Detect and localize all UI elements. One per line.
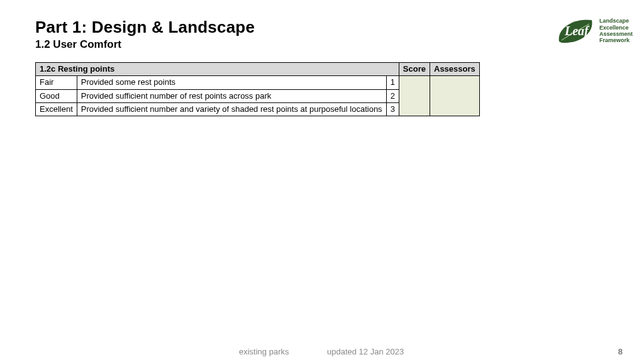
- leaf-logo: Leaf Landscape Excellence Assessment Fra…: [555, 16, 633, 45]
- num-cell: 2: [386, 89, 399, 102]
- desc-cell: Provided some rest points: [77, 76, 386, 89]
- page-number: 8: [618, 347, 623, 356]
- logo-line-1: Landscape: [599, 18, 633, 24]
- rubric-table: 1.2c Resting points Score Assessors Fair…: [35, 62, 480, 116]
- assessors-cell: [430, 76, 480, 116]
- svg-text:Leaf: Leaf: [564, 24, 590, 38]
- table-row: Fair Provided some rest points 1: [36, 76, 480, 89]
- desc-cell: Provided sufficient number of rest point…: [77, 89, 386, 102]
- level-cell: Fair: [36, 76, 77, 89]
- rubric-header-row: 1.2c Resting points Score Assessors: [36, 63, 480, 76]
- rubric-caption: 1.2c Resting points: [36, 63, 399, 76]
- logo-tagline: Landscape Excellence Assessment Framewor…: [599, 18, 633, 43]
- logo-line-3: Assessment: [599, 31, 633, 37]
- num-cell: 1: [386, 76, 399, 89]
- num-cell: 3: [386, 102, 399, 116]
- desc-cell: Provided sufficient number and variety o…: [77, 102, 386, 116]
- assessors-header: Assessors: [430, 63, 480, 76]
- slide: Leaf Landscape Excellence Assessment Fra…: [0, 0, 644, 362]
- page-title: Part 1: Design & Landscape: [35, 18, 609, 37]
- logo-line-4: Framework: [599, 37, 633, 43]
- score-cell: [399, 76, 430, 116]
- level-cell: Excellent: [36, 102, 77, 116]
- logo-line-2: Excellence: [599, 25, 633, 31]
- page-subtitle: 1.2 User Comfort: [35, 38, 609, 51]
- footer-updated: updated 12 Jan 2023: [327, 347, 404, 356]
- leaf-icon: Leaf: [555, 16, 597, 45]
- score-header: Score: [399, 63, 430, 76]
- footer-left: existing parks: [239, 347, 289, 356]
- level-cell: Good: [36, 89, 77, 102]
